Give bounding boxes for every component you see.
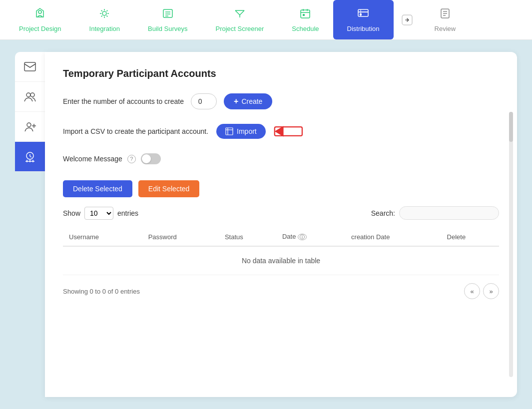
scroll-thumb	[509, 112, 513, 142]
welcome-message-label: Welcome Message	[63, 155, 122, 163]
toggle-track	[141, 153, 161, 164]
entries-per-page-select[interactable]: 10 25 50 100	[84, 207, 113, 220]
sidebar-item-add-user[interactable]	[15, 112, 45, 142]
show-entries-control: Show 10 25 50 100 entries	[63, 207, 138, 220]
svg-point-25	[30, 93, 34, 97]
search-label: Search:	[371, 209, 395, 217]
search-row: Search:	[371, 206, 499, 220]
import-icon	[225, 127, 233, 135]
col-password: Password	[142, 228, 219, 246]
svg-rect-12	[303, 14, 305, 16]
project-screener-icon	[233, 7, 246, 23]
col-delete: Delete	[441, 228, 499, 246]
create-accounts-row: Enter the number of accounts to create +…	[63, 93, 499, 109]
showing-entries-text: Showing 0 to 0 of 0 entries	[63, 288, 140, 295]
pagination-buttons: « »	[464, 283, 499, 299]
review-icon	[439, 7, 452, 23]
integration-icon	[98, 7, 111, 23]
date-help-icon[interactable]: ⓘ	[298, 234, 307, 240]
svg-rect-17	[360, 13, 362, 15]
nav-build-surveys[interactable]: Build Surveys	[134, 0, 201, 39]
nav-project-design[interactable]: Project Design	[5, 0, 75, 39]
project-design-icon	[33, 7, 46, 23]
top-nav: Project Design Integration Build Surveys	[0, 0, 532, 40]
col-username: Username	[63, 228, 142, 246]
svg-point-1	[102, 11, 106, 15]
import-row: Import a CSV to create the participant a…	[63, 122, 499, 140]
create-button[interactable]: + Create	[224, 93, 272, 109]
svg-point-26	[27, 123, 31, 127]
search-input[interactable]	[399, 206, 499, 220]
distribution-icon	[357, 7, 370, 23]
table-empty-row: No data available in table	[63, 246, 499, 275]
pagination-row: Showing 0 to 0 of 0 entries « »	[63, 283, 499, 299]
col-date: Date ⓘ	[276, 228, 345, 246]
show-label: Show	[63, 209, 80, 217]
create-button-label: Create	[241, 97, 262, 105]
sidebar	[15, 52, 45, 397]
sidebar-item-group[interactable]	[15, 82, 45, 112]
import-button[interactable]: Import	[216, 124, 266, 139]
sidebar-item-email[interactable]	[15, 52, 45, 82]
nav-distribution[interactable]: Distribution	[333, 0, 394, 39]
col-creation-date: creation Date	[345, 228, 441, 246]
svg-rect-23	[24, 62, 35, 71]
import-label: Import a CSV to create the participant a…	[63, 127, 208, 135]
welcome-message-row: Welcome Message ?	[63, 153, 499, 164]
svg-point-0	[38, 10, 41, 13]
welcome-message-toggle[interactable]	[141, 153, 161, 164]
table-header: Username Password Status Date ⓘ creation…	[63, 228, 499, 246]
edit-selected-button[interactable]: Edit Selected	[138, 180, 200, 197]
section-title: Temporary Participant Accounts	[63, 68, 499, 79]
delete-selected-button[interactable]: Delete Selected	[63, 180, 132, 197]
svg-rect-8	[301, 10, 310, 18]
table-body: No data available in table	[63, 246, 499, 275]
build-surveys-icon	[161, 7, 174, 23]
action-buttons-row: Delete Selected Edit Selected	[63, 180, 499, 197]
import-button-label: Import	[237, 127, 257, 135]
entries-label: entries	[117, 209, 138, 217]
no-data-message: No data available in table	[63, 246, 499, 275]
nav-review-label: Review	[435, 25, 456, 32]
account-count-input[interactable]	[191, 93, 217, 109]
pagination-next-button[interactable]: »	[483, 283, 499, 299]
svg-rect-13	[358, 9, 368, 16]
create-accounts-label: Enter the number of accounts to create	[63, 97, 184, 105]
accounts-table: Username Password Status Date ⓘ creation…	[63, 228, 499, 275]
nav-schedule-label: Schedule	[292, 25, 319, 32]
svg-line-31	[30, 156, 31, 157]
nav-arrow-forward[interactable]	[394, 0, 421, 39]
nav-project-screener-label: Project Screener	[215, 25, 264, 32]
sidebar-item-clock-table[interactable]	[15, 142, 45, 172]
col-status: Status	[219, 228, 276, 246]
pagination-prev-button[interactable]: «	[464, 283, 480, 299]
scroll-track[interactable]	[509, 112, 513, 377]
nav-schedule[interactable]: Schedule	[278, 0, 333, 39]
nav-project-design-label: Project Design	[19, 25, 61, 32]
svg-rect-36	[226, 128, 233, 135]
schedule-icon	[299, 7, 312, 23]
nav-integration-label: Integration	[89, 25, 120, 32]
nav-project-screener[interactable]: Project Screener	[201, 0, 278, 39]
table-controls-row: Show 10 25 50 100 entries Search:	[63, 206, 499, 220]
red-arrow-svg	[274, 122, 314, 140]
red-arrow-annotation	[274, 122, 314, 140]
nav-build-surveys-label: Build Surveys	[148, 25, 187, 32]
nav-integration[interactable]: Integration	[75, 0, 134, 39]
welcome-help-icon[interactable]: ?	[127, 155, 136, 163]
nav-review[interactable]: Review	[421, 0, 470, 39]
nav-distribution-label: Distribution	[347, 25, 380, 32]
toggle-thumb	[142, 154, 151, 163]
svg-point-24	[26, 93, 30, 97]
svg-marker-40	[275, 126, 284, 136]
create-plus-icon: +	[234, 97, 238, 106]
content-card: Temporary Participant Accounts Enter the…	[45, 52, 517, 397]
main-layout: Temporary Participant Accounts Enter the…	[0, 40, 532, 409]
